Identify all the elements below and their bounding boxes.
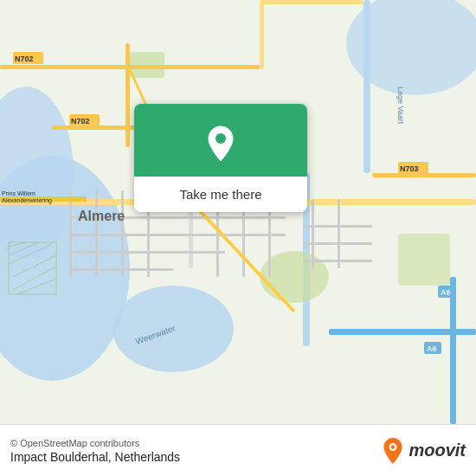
moovit-logo: moovit xyxy=(381,437,466,465)
popup-card: Take me there xyxy=(134,104,307,212)
svg-text:Alexanderwetering: Alexanderwetering xyxy=(2,197,52,204)
svg-rect-6 xyxy=(363,0,370,173)
moovit-text: moovit xyxy=(408,441,466,460)
svg-rect-44 xyxy=(303,260,372,262)
svg-text:A6: A6 xyxy=(441,288,451,297)
svg-point-64 xyxy=(391,445,395,448)
svg-text:A6: A6 xyxy=(427,344,437,353)
footer: © OpenStreetMap contributors Impact Boul… xyxy=(0,424,476,476)
location-pin-icon xyxy=(205,125,236,163)
svg-rect-38 xyxy=(69,251,225,254)
svg-point-62 xyxy=(215,133,226,144)
svg-rect-41 xyxy=(338,199,340,268)
svg-text:N703: N703 xyxy=(400,164,419,173)
map-svg: N702 N702 Stationsring N703 A6 A6 xyxy=(0,0,476,424)
location-label: Impact Boulderhal, Netherlands xyxy=(10,450,180,464)
moovit-pin-icon xyxy=(381,437,405,465)
svg-rect-37 xyxy=(69,234,286,236)
svg-rect-42 xyxy=(303,225,372,228)
svg-rect-39 xyxy=(69,268,173,271)
svg-rect-16 xyxy=(125,43,130,147)
svg-text:Almere: Almere xyxy=(78,209,125,223)
svg-rect-8 xyxy=(398,234,450,286)
svg-text:Prins Willem: Prins Willem xyxy=(2,190,35,196)
svg-text:N702: N702 xyxy=(71,117,90,125)
svg-text:N702: N702 xyxy=(15,55,34,63)
svg-text:Lage Vaart: Lage Vaart xyxy=(396,87,405,125)
svg-rect-40 xyxy=(312,199,314,268)
popup-green-area xyxy=(134,104,307,177)
svg-rect-49 xyxy=(260,0,363,4)
svg-rect-26 xyxy=(450,277,456,424)
take-me-there-button[interactable]: Take me there xyxy=(134,177,307,212)
svg-rect-43 xyxy=(303,242,372,245)
footer-left: © OpenStreetMap contributors Impact Boul… xyxy=(10,438,180,464)
map-container: N702 N702 Stationsring N703 A6 A6 xyxy=(0,0,476,424)
osm-credit: © OpenStreetMap contributors xyxy=(10,438,180,448)
svg-rect-48 xyxy=(260,0,264,69)
